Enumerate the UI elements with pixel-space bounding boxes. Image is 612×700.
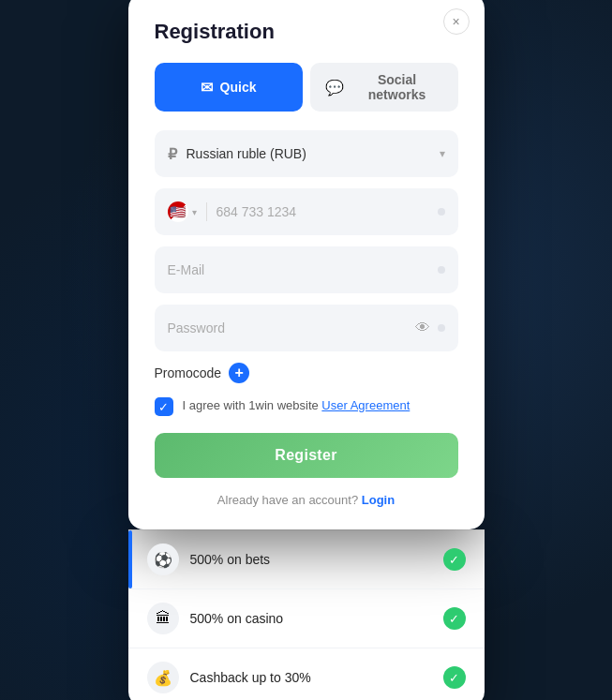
modal-title: Registration [155,20,458,44]
email-group [155,246,458,293]
phone-input-wrapper: 🇺🇸 ▾ [155,188,458,235]
phone-divider [206,202,207,221]
promocode-row: Promocode + [155,363,458,383]
tab-social-networks[interactable]: 💬 Social networks [310,63,458,112]
password-input[interactable] [168,320,415,335]
registration-modal: Registration × ✉ Quick 💬 Social networks… [128,0,485,529]
agreement-checkbox[interactable]: ✓ [155,397,173,416]
agreement-row: ✓ I agree with 1win website User Agreeme… [155,396,458,416]
promocode-label: Promocode [155,365,222,380]
bonus-item-casino: 🏛 500% on casino ✓ [128,589,485,648]
phone-required-dot [438,208,445,216]
casino-icon: 🏛 [147,603,179,634]
register-button[interactable]: Register [155,433,458,478]
bonus-check-bets: ✓ [443,548,466,571]
ruble-icon: ₽ [168,145,177,163]
currency-group: ₽ ▾ [155,130,458,177]
login-row: Already have an account? Login [155,493,458,507]
bonus-label-bets: 500% on bets [190,552,443,567]
checkmark-icon: ✓ [158,400,169,414]
phone-group: 🇺🇸 ▾ [155,188,458,235]
bets-icon: ⚽ [147,544,179,575]
email-input[interactable] [168,262,438,277]
user-agreement-link[interactable]: User Agreement [321,398,410,412]
currency-input[interactable] [187,146,432,161]
bonus-item-bets: ⚽ 500% on bets ✓ [128,530,485,589]
country-flag-selector[interactable]: 🇺🇸 ▾ [168,201,197,222]
cashback-icon: 💰 [147,662,179,693]
modal-wrapper: Registration × ✉ Quick 💬 Social networks… [128,0,485,700]
phone-input[interactable] [216,204,438,219]
bonus-check-casino: ✓ [443,607,466,630]
flag-chevron-icon: ▾ [192,207,197,217]
bonus-label-cashback: Cashback up to 30% [190,670,443,685]
flag-icon: 🇺🇸 [168,201,188,222]
tab-bar: ✉ Quick 💬 Social networks [155,63,458,112]
bonus-label-casino: 500% on casino [190,611,443,626]
close-button[interactable]: × [443,8,470,35]
tab-quick[interactable]: ✉ Quick [155,63,303,112]
password-group: 👁 [155,305,458,351]
social-icon: 💬 [325,79,344,97]
email-input-wrapper [155,246,458,293]
agreement-text: I agree with 1win website User Agreement [183,396,410,415]
quick-icon: ✉ [201,79,213,97]
email-required-dot [438,266,445,274]
eye-icon[interactable]: 👁 [415,320,430,336]
password-required-dot [438,324,445,332]
bonus-item-cashback: 💰 Cashback up to 30% ✓ [128,648,485,700]
bonuses-section: ⚽ 500% on bets ✓ 🏛 500% on casino ✓ 💰 Ca… [128,529,485,700]
login-link[interactable]: Login [362,493,395,507]
chevron-down-icon: ▾ [440,147,445,160]
currency-select[interactable]: ₽ ▾ [155,130,458,177]
bonus-check-cashback: ✓ [443,666,466,689]
password-input-wrapper: 👁 [155,305,458,351]
add-promocode-button[interactable]: + [229,363,249,383]
